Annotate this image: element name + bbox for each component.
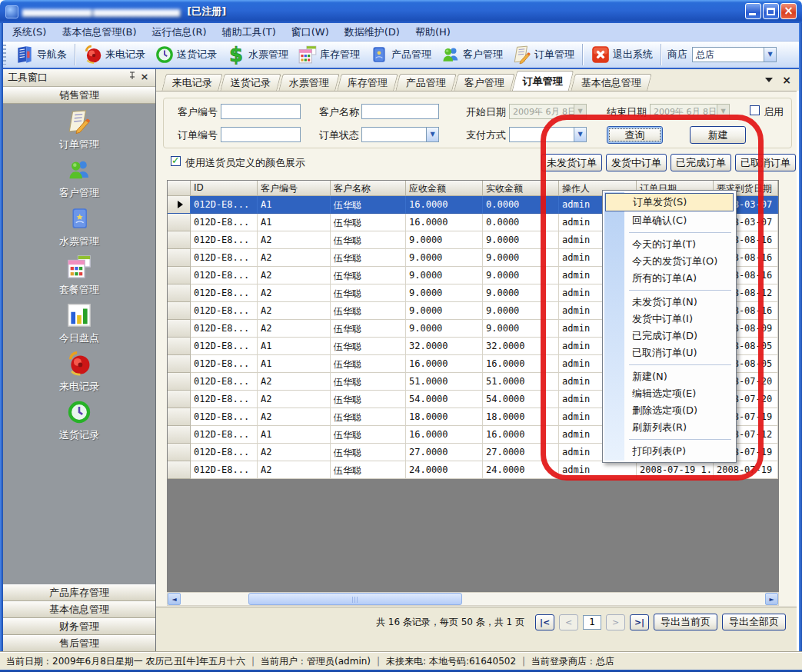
menubar-item-2[interactable]: 运行信息(R): [144, 23, 214, 42]
order-status-filter-button-1[interactable]: 发货中订单: [606, 154, 667, 171]
start-date-picker[interactable]: 2009年 6月 8日 ▼: [509, 104, 587, 119]
context-menu-item-3[interactable]: 今天的订单(T): [604, 236, 734, 253]
row-selector[interactable]: [168, 284, 191, 302]
scroll-left-icon[interactable]: ◄: [168, 593, 181, 605]
context-menu-item-12[interactable]: 新建(N): [604, 368, 734, 385]
order-no-input[interactable]: [221, 127, 301, 142]
context-menu-item-8[interactable]: 发货中订单(I): [604, 311, 734, 328]
close-icon[interactable]: ×: [138, 72, 151, 84]
maximize-button[interactable]: [763, 3, 779, 19]
menubar-item-0[interactable]: 系统(S): [5, 23, 54, 42]
sidebar-item-3[interactable]: 套餐管理: [3, 254, 155, 302]
row-selector[interactable]: [168, 426, 191, 444]
page-number-input[interactable]: 1: [583, 615, 601, 630]
tab-5[interactable]: 客户管理: [454, 74, 514, 91]
row-selector[interactable]: [168, 320, 191, 338]
menubar-item-3[interactable]: 辅助工具(T): [215, 23, 284, 42]
tab-2[interactable]: 水票管理: [278, 74, 339, 91]
search-button[interactable]: 查询: [607, 126, 663, 144]
row-selector[interactable]: [168, 196, 191, 214]
row-selector[interactable]: [168, 391, 191, 408]
tab-6[interactable]: 订单管理: [512, 71, 574, 91]
column-header-0[interactable]: ID: [191, 181, 258, 196]
tab-7[interactable]: 基本信息管理: [571, 74, 651, 91]
menubar-item-5[interactable]: 数据维护(D): [337, 23, 408, 42]
context-menu-item-10[interactable]: 已取消订单(U): [604, 344, 734, 361]
table-row[interactable]: 012D-E8...A2伍华聪24.000024.0000admin2008-0…: [168, 461, 778, 479]
horizontal-scrollbar[interactable]: ◄ ►: [167, 592, 779, 606]
toolbar-dollar-button[interactable]: $水票管理: [221, 43, 293, 66]
menubar-item-4[interactable]: 窗口(W): [284, 23, 337, 42]
sidebar-group-0[interactable]: 产品库存管理: [3, 584, 155, 601]
toolbar-navigation-book-button[interactable]: 导航条: [10, 43, 72, 66]
order-status-filter-button-0[interactable]: 未发货订单: [541, 154, 602, 171]
order-status-select[interactable]: ▼: [361, 127, 439, 142]
deliveryman-color-checkbox[interactable]: [171, 156, 181, 166]
chevron-down-icon[interactable]: ▼: [764, 48, 776, 62]
row-selector[interactable]: [168, 355, 191, 373]
row-selector[interactable]: [168, 408, 191, 426]
last-page-button[interactable]: >|: [630, 614, 649, 630]
sidebar-item-2[interactable]: 水票管理: [3, 205, 155, 254]
context-menu-item-5[interactable]: 所有的订单(A): [604, 270, 734, 287]
toolbar-order-scroll-button[interactable]: 订单管理: [507, 43, 579, 66]
tab-close-icon[interactable]: ×: [782, 75, 791, 85]
tab-1[interactable]: 送货记录: [220, 74, 281, 91]
tab-0[interactable]: 来电记录: [161, 74, 222, 91]
row-selector[interactable]: [168, 214, 191, 231]
customer-name-input[interactable]: [361, 104, 439, 119]
row-selector[interactable]: [168, 231, 191, 249]
tab-3[interactable]: 库存管理: [337, 74, 398, 91]
order-status-filter-button-3[interactable]: 已取消订单: [735, 154, 796, 171]
context-menu-item-4[interactable]: 今天的发货订单(O): [604, 253, 734, 270]
first-page-button[interactable]: |<: [535, 614, 554, 630]
toolbar-product-book-button[interactable]: 产品管理: [364, 43, 436, 66]
row-selector[interactable]: [168, 249, 191, 267]
close-button[interactable]: ×: [780, 3, 797, 19]
row-selector[interactable]: [168, 444, 191, 461]
row-selector[interactable]: [168, 461, 191, 479]
context-menu-item-9[interactable]: 已完成订单(D): [604, 328, 734, 344]
sidebar-item-6[interactable]: 送货记录: [3, 399, 155, 447]
row-selector[interactable]: [168, 302, 191, 320]
scroll-right-icon[interactable]: ►: [765, 593, 778, 605]
column-header-4[interactable]: 实收金额: [483, 181, 559, 196]
context-menu-item-14[interactable]: 删除选定项(D): [604, 402, 734, 419]
end-date-picker[interactable]: 2009年 6月 8日 ▼: [650, 104, 730, 119]
order-status-filter-button-2[interactable]: 已完成订单: [671, 154, 731, 171]
context-menu-item-15[interactable]: 刷新列表(R): [604, 419, 734, 436]
sidebar-group-sales[interactable]: 销售管理: [3, 87, 155, 104]
row-selector[interactable]: [168, 338, 191, 355]
toolbar-exit-button[interactable]: 退出系统: [586, 43, 657, 66]
export-current-page-button[interactable]: 导出当前页: [654, 614, 717, 630]
prev-page-button[interactable]: <: [559, 614, 578, 630]
new-button[interactable]: 新建: [690, 126, 746, 144]
sidebar-group-2[interactable]: 财务管理: [3, 618, 155, 635]
sidebar-item-1[interactable]: 客户管理: [3, 157, 155, 205]
column-header-3[interactable]: 应收金额: [406, 181, 483, 196]
customer-no-input[interactable]: [221, 104, 301, 119]
sidebar-group-1[interactable]: 基本信息管理: [3, 601, 155, 618]
toolbar-alarm-bell-button[interactable]: 来电记录: [78, 43, 150, 66]
menubar-item-1[interactable]: 基本信息管理(B): [54, 23, 144, 42]
column-header-2[interactable]: 客户名称: [331, 181, 406, 196]
sidebar-item-4[interactable]: 今日盘点: [3, 302, 155, 351]
pay-method-select[interactable]: ▼: [509, 127, 587, 142]
context-menu-item-1[interactable]: 回单确认(C): [604, 212, 734, 229]
toolbar-calendar-grid-button[interactable]: 库存管理: [293, 43, 364, 66]
sidebar-item-5[interactable]: 来电记录: [3, 351, 155, 399]
sidebar-group-3[interactable]: 售后管理: [3, 635, 155, 652]
toolbar-customers-button[interactable]: 客户管理: [436, 43, 507, 66]
shop-select[interactable]: 总店 ▼: [692, 47, 777, 62]
row-selector[interactable]: [168, 267, 191, 284]
export-all-pages-button[interactable]: 导出全部页: [722, 614, 786, 630]
next-page-button[interactable]: >: [606, 614, 625, 630]
menubar-item-6[interactable]: 帮助(H): [408, 23, 458, 42]
row-selector[interactable]: [168, 373, 191, 391]
context-menu-item-17[interactable]: 打印列表(P): [604, 443, 734, 460]
tab-list-dropdown-icon[interactable]: [765, 78, 773, 82]
context-menu-item-7[interactable]: 未发货订单(N): [604, 294, 734, 311]
context-menu-item-13[interactable]: 编辑选定项(E): [604, 385, 734, 402]
tab-4[interactable]: 产品管理: [395, 74, 456, 91]
pin-icon[interactable]: [126, 72, 138, 84]
